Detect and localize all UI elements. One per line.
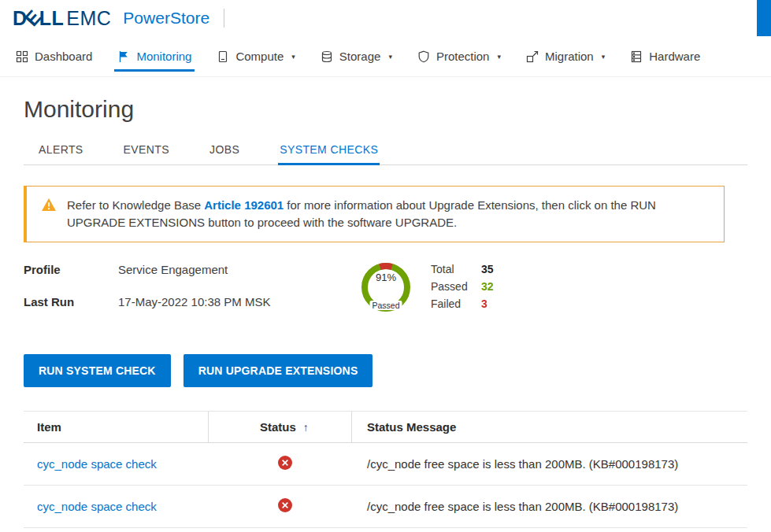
legend-total-row: Total 35 bbox=[431, 263, 494, 276]
nav-item-storage[interactable]: Storage ▾ bbox=[308, 36, 405, 76]
banner-text-before: Refer to Knowledge Base bbox=[67, 198, 201, 212]
tab-system-checks[interactable]: SYSTEM CHECKS bbox=[278, 143, 380, 164]
column-header-status-message[interactable]: Status Message bbox=[352, 412, 747, 442]
chevron-down-icon: ▾ bbox=[497, 53, 501, 61]
nav-item-compute[interactable]: Compute ▾ bbox=[204, 36, 307, 76]
hardware-rack-icon bbox=[630, 50, 643, 63]
run-upgrade-extensions-button[interactable]: RUN UPGRADE EXTENSIONS bbox=[183, 354, 373, 387]
legend-passed-label: Passed bbox=[431, 280, 481, 294]
error-status-icon bbox=[278, 498, 292, 515]
storage-icon bbox=[321, 50, 333, 63]
last-run-value: 17-May-2022 10:38 PM MSK bbox=[118, 295, 270, 308]
legend-passed-value: 32 bbox=[481, 280, 494, 294]
profile-row: Profile Service Engagement bbox=[24, 263, 358, 276]
actions-toolbar: RUN SYSTEM CHECK RUN UPGRADE EXTENSIONS bbox=[24, 354, 747, 387]
table-row: cyc_node space check /cyc_node free spac… bbox=[24, 486, 747, 528]
column-header-item[interactable]: Item bbox=[24, 412, 209, 442]
profile-label: Profile bbox=[24, 263, 118, 276]
chevron-down-icon: ▾ bbox=[291, 53, 295, 61]
legend-total-label: Total bbox=[431, 263, 481, 276]
kb-article-link[interactable]: Article 192601 bbox=[204, 198, 284, 212]
shield-icon bbox=[417, 50, 430, 63]
system-check-summary: Profile Service Engagement Last Run 17-M… bbox=[24, 263, 747, 327]
dashboard-icon bbox=[16, 50, 28, 63]
item-link[interactable]: cyc_node space check bbox=[37, 500, 157, 513]
legend-failed-row: Failed 3 bbox=[431, 297, 494, 311]
nav-item-dashboard[interactable]: Dashboard bbox=[3, 36, 105, 76]
donut-passed-label: Passed bbox=[369, 301, 402, 310]
check-count-legend: Total 35 Passed 32 Failed 3 bbox=[431, 263, 494, 315]
masthead-divider bbox=[224, 9, 224, 28]
nav-item-label: Dashboard bbox=[35, 50, 92, 63]
nav-item-label: Storage bbox=[339, 50, 381, 63]
nav-item-migration[interactable]: Migration ▾ bbox=[513, 36, 617, 76]
nav-item-monitoring[interactable]: Monitoring bbox=[105, 36, 204, 76]
masthead: DELL EMC PowerStore bbox=[0, 0, 771, 36]
table-header-row: Item Status ↑ Status Message bbox=[24, 411, 747, 443]
error-status-icon bbox=[278, 456, 292, 472]
nav-item-label: Protection bbox=[436, 50, 490, 63]
tab-events[interactable]: EVENTS bbox=[122, 143, 171, 164]
banner-text: Refer to Knowledge Base Article 192601 f… bbox=[67, 197, 710, 231]
compute-icon bbox=[217, 50, 229, 63]
system-checks-table: Item Status ↑ Status Message cyc_node sp… bbox=[24, 411, 747, 528]
run-system-check-button[interactable]: RUN SYSTEM CHECK bbox=[24, 354, 171, 387]
passed-percentage-donut: 91% Passed bbox=[358, 260, 413, 315]
nav-item-label: Migration bbox=[545, 50, 594, 63]
nav-item-label: Hardware bbox=[649, 50, 700, 63]
migration-icon bbox=[526, 50, 539, 63]
tab-jobs[interactable]: JOBS bbox=[208, 143, 241, 164]
primary-nav: Dashboard Monitoring Compute ▾ Storage ▾… bbox=[0, 36, 771, 77]
monitoring-flag-icon bbox=[117, 50, 130, 63]
legend-passed-row: Passed 32 bbox=[431, 280, 494, 294]
chevron-down-icon: ▾ bbox=[602, 53, 606, 61]
legend-failed-label: Failed bbox=[431, 297, 481, 311]
nav-item-label: Monitoring bbox=[136, 50, 191, 63]
main-content: Monitoring ALERTS EVENTS JOBS SYSTEM CHE… bbox=[0, 96, 771, 528]
nav-item-protection[interactable]: Protection ▾ bbox=[405, 36, 513, 76]
legend-total-value: 35 bbox=[481, 263, 494, 276]
page-title: Monitoring bbox=[24, 96, 747, 123]
nav-item-label: Compute bbox=[235, 50, 284, 63]
chevron-down-icon: ▾ bbox=[388, 53, 392, 61]
donut-percent-label: 91% bbox=[358, 272, 413, 283]
warning-triangle-icon bbox=[41, 198, 57, 215]
profile-value: Service Engagement bbox=[118, 263, 228, 276]
emc-wordmark: EMC bbox=[66, 7, 111, 30]
tab-alerts[interactable]: ALERTS bbox=[37, 143, 85, 164]
summary-key-values: Profile Service Engagement Last Run 17-M… bbox=[24, 263, 358, 327]
legend-failed-value: 3 bbox=[481, 297, 487, 311]
last-run-row: Last Run 17-May-2022 10:38 PM MSK bbox=[24, 295, 358, 308]
table-row: cyc_node space check /cyc_node free spac… bbox=[24, 443, 747, 486]
nav-item-hardware[interactable]: Hardware bbox=[617, 36, 713, 76]
dell-wordmark: DELL bbox=[13, 7, 64, 30]
status-message: /cyc_node free space is less than 200MB.… bbox=[352, 457, 747, 471]
last-run-label: Last Run bbox=[24, 295, 118, 308]
product-name: PowerStore bbox=[123, 9, 209, 28]
item-link[interactable]: cyc_node space check bbox=[37, 457, 157, 471]
masthead-right-panel bbox=[757, 0, 771, 36]
dell-emc-logo[interactable]: DELL EMC bbox=[13, 7, 111, 30]
column-header-status[interactable]: Status ↑ bbox=[209, 412, 352, 442]
monitoring-tabs: ALERTS EVENTS JOBS SYSTEM CHECKS bbox=[24, 143, 747, 165]
status-message: /cyc_node free space is less than 200MB.… bbox=[352, 500, 747, 513]
sort-ascending-icon: ↑ bbox=[303, 421, 309, 434]
warning-banner: Refer to Knowledge Base Article 192601 f… bbox=[24, 186, 725, 242]
